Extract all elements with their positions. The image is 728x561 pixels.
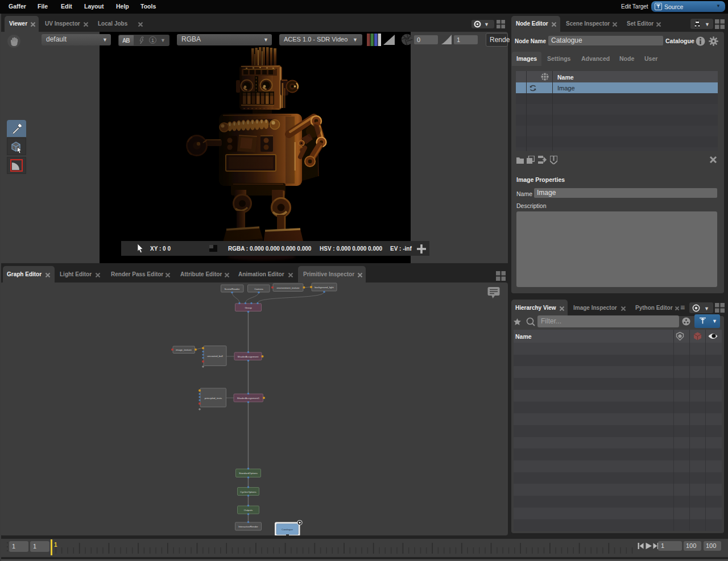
- svg-text:environment_texture: environment_texture: [276, 286, 300, 289]
- svg-text:StandardOptions: StandardOptions: [239, 472, 258, 475]
- svg-text:SceneReader: SceneReader: [225, 288, 240, 290]
- svg-text:Outputs: Outputs: [244, 509, 253, 512]
- svg-text:uncoated_ball: uncoated_ball: [207, 355, 222, 358]
- svg-text:Camera: Camera: [254, 288, 263, 290]
- svg-text:principled_tests: principled_tests: [205, 397, 222, 400]
- svg-text:background_light: background_light: [315, 286, 334, 289]
- svg-text:CyclesOptions: CyclesOptions: [240, 491, 257, 493]
- svg-text:Catalogue: Catalogue: [282, 528, 293, 531]
- svg-text:ShaderAssignment: ShaderAssignment: [237, 355, 259, 358]
- svg-text:InteractiveRender: InteractiveRender: [238, 525, 258, 528]
- svg-text:image_texture: image_texture: [176, 348, 192, 351]
- svg-text:Group: Group: [245, 306, 252, 309]
- svg-text:ShaderAssignment1: ShaderAssignment1: [237, 397, 260, 400]
